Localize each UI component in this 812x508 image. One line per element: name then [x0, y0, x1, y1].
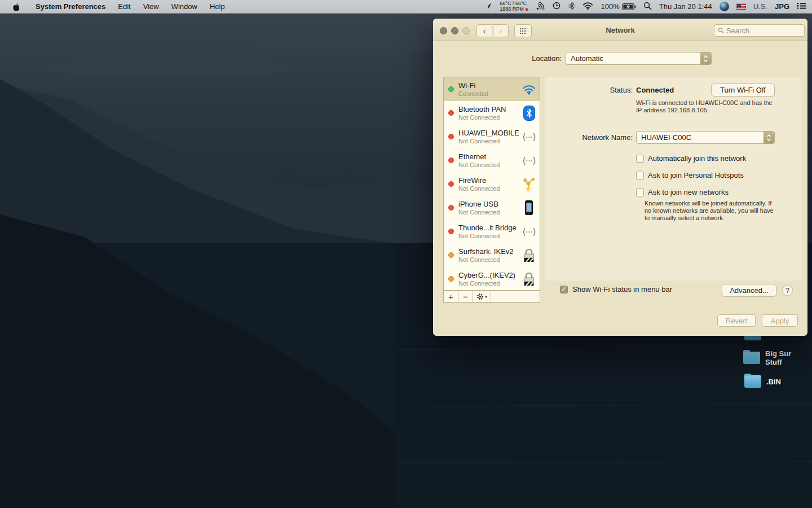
known-networks-note: Known networks will be joined automatica… [645, 200, 780, 222]
network-preferences-window: ‹ › Network Location: Automatic Wi-Fi Co… [433, 19, 807, 336]
show-all-button[interactable] [514, 24, 532, 37]
gear-icon [476, 293, 484, 300]
status-dot [448, 110, 454, 116]
wifi-icon [522, 84, 536, 95]
menu-window[interactable]: Window [165, 0, 204, 14]
checkbox-box[interactable]: ✓ [636, 189, 644, 196]
battery-percent: 100% [601, 2, 619, 11]
sensor-stats[interactable]: 66°C / 66°C 1986 RPM ◆ [500, 1, 528, 12]
status-dot [448, 229, 454, 234]
wifi-menu-icon[interactable] [582, 2, 593, 11]
list-menu-icon[interactable] [797, 2, 806, 11]
checkbox-box[interactable]: ✓ [636, 155, 644, 163]
vpn-lock-icon [522, 248, 536, 262]
status-dot [448, 157, 454, 163]
service-actions-button[interactable]: ▾ [473, 291, 491, 302]
remove-service-button[interactable]: − [458, 291, 473, 302]
spotlight-icon[interactable] [643, 2, 652, 12]
help-button[interactable]: ? [782, 285, 793, 296]
network-services-list: Wi-Fi Connected Bluetooth PAN Not Connec… [443, 77, 540, 290]
checkbox-personal-hotspots[interactable]: ✓ Ask to join Personal Hotspots [636, 171, 744, 179]
close-button[interactable] [440, 27, 447, 34]
desktop-folder-bin[interactable]: .BIN [744, 375, 799, 388]
title-bar[interactable]: ‹ › Network [433, 19, 807, 41]
battery-charging-icon [622, 3, 636, 10]
wifi-detail-panel: Status: Connected Turn Wi-Fi Off Wi-Fi i… [545, 77, 801, 281]
menu-app-name[interactable]: System Preferences [29, 0, 112, 14]
temperature-readout: 66°C / 66°C [500, 1, 527, 6]
search-icon [718, 27, 724, 34]
show-wifi-status-checkbox[interactable]: ✓ Show Wi-Fi status in menu bar [560, 285, 672, 294]
folder-label: Big Sur Stuff [765, 349, 798, 366]
desktop-folder-big-sur-stuff[interactable]: Big Sur Stuff [743, 349, 798, 366]
status-description: Wi-Fi is connected to HUAWEI-C00C and ha… [636, 99, 774, 114]
bluetooth-icon [522, 106, 536, 121]
location-label: Location: [506, 54, 562, 63]
checkbox-auto-join[interactable]: ✓ Automatically join this network [636, 154, 746, 163]
vpn-lock-icon [522, 271, 536, 286]
checkbox-new-networks[interactable]: ✓ Ask to join new networks [636, 188, 729, 196]
status-label: Status: [548, 86, 633, 94]
app-globe-icon[interactable] [720, 2, 729, 11]
revert-button[interactable]: Revert [717, 314, 756, 327]
add-service-button[interactable]: + [444, 291, 458, 302]
network-name-popup[interactable]: HUAWEI-C00C [636, 131, 775, 144]
antenna-icon[interactable] [536, 2, 545, 12]
service-list-toolbar: + − ▾ [443, 290, 540, 303]
adapter-icon: ⟨···⟩ [522, 226, 536, 237]
status-dot [448, 252, 454, 258]
iphone-icon [522, 200, 536, 215]
adapter-icon: ⟨···⟩ [522, 155, 536, 166]
checkbox-box[interactable]: ✓ [560, 286, 568, 294]
popup-stepper-icon [764, 132, 774, 143]
jpg-menu-label[interactable]: JPG [775, 2, 789, 11]
apply-button[interactable]: Apply [762, 314, 798, 327]
service-row-iphone-usb[interactable]: iPhone USB Not Connected [444, 196, 540, 220]
zoom-button[interactable] [462, 27, 470, 34]
status-dot [448, 181, 454, 187]
fan-indicator-icon: ◆ [525, 7, 528, 12]
service-row-thunderbolt-bridge[interactable]: Thunde...lt Bridge Not Connected ⟨···⟩ [444, 220, 540, 243]
folder-icon [744, 375, 761, 388]
status-dot [448, 86, 454, 92]
apple-menu[interactable] [0, 2, 29, 11]
chevron-down-icon: ▾ [485, 294, 487, 299]
location-popup[interactable]: Automatic [566, 52, 712, 65]
minimize-button[interactable] [451, 27, 458, 34]
advanced-button[interactable]: Advanced... [722, 284, 776, 297]
service-row-wifi[interactable]: Wi-Fi Connected [444, 77, 540, 101]
input-source-flag-icon[interactable] [736, 3, 746, 10]
service-row-surfshark-vpn[interactable]: Surfshark. IKEv2 Not Connected [444, 243, 540, 267]
bluetooth-menu-icon[interactable] [568, 2, 575, 12]
service-row-ethernet[interactable]: Ethernet Not Connected ⟨···⟩ [444, 148, 540, 172]
forward-button[interactable]: › [493, 24, 509, 37]
service-row-huawei-mobile[interactable]: HUAWEI_MOBILE Not Connected ⟨···⟩ [444, 125, 540, 148]
service-row-cyberghost-vpn[interactable]: CyberG...(IKEV2) Not Connected [444, 267, 540, 290]
location-value: Automatic [566, 54, 700, 63]
battery-status[interactable]: 100% [601, 2, 636, 11]
turn-wifi-off-button[interactable]: Turn Wi-Fi Off [711, 84, 775, 97]
status-dot [448, 205, 454, 211]
firewire-icon [522, 177, 536, 191]
input-source-label[interactable]: U.S. [753, 2, 767, 11]
grid-icon [519, 28, 527, 34]
time-machine-icon[interactable] [552, 1, 561, 12]
status-dot [448, 276, 454, 282]
adapter-icon: ⟨···⟩ [522, 132, 536, 142]
network-name-value: HUAWEI-C00C [637, 133, 764, 142]
search-input[interactable] [726, 27, 801, 35]
service-row-bluetooth-pan[interactable]: Bluetooth PAN Not Connected [444, 101, 540, 125]
location-services-icon[interactable] [484, 2, 492, 11]
fan-speed-readout: 1986 RPM [500, 6, 524, 12]
menu-view[interactable]: View [137, 0, 165, 14]
back-button[interactable]: ‹ [476, 24, 492, 37]
search-field[interactable] [714, 24, 805, 37]
menu-clock[interactable]: Thu Jan 20 1:44 [659, 2, 712, 11]
apple-icon [11, 2, 19, 11]
menu-edit[interactable]: Edit [112, 0, 136, 14]
menu-help[interactable]: Help [204, 0, 231, 14]
popup-stepper-icon [700, 52, 711, 64]
service-row-firewire[interactable]: FireWire Not Connected [444, 172, 540, 196]
checkbox-box[interactable]: ✓ [636, 172, 644, 179]
network-name-label: Network Name: [548, 133, 633, 142]
